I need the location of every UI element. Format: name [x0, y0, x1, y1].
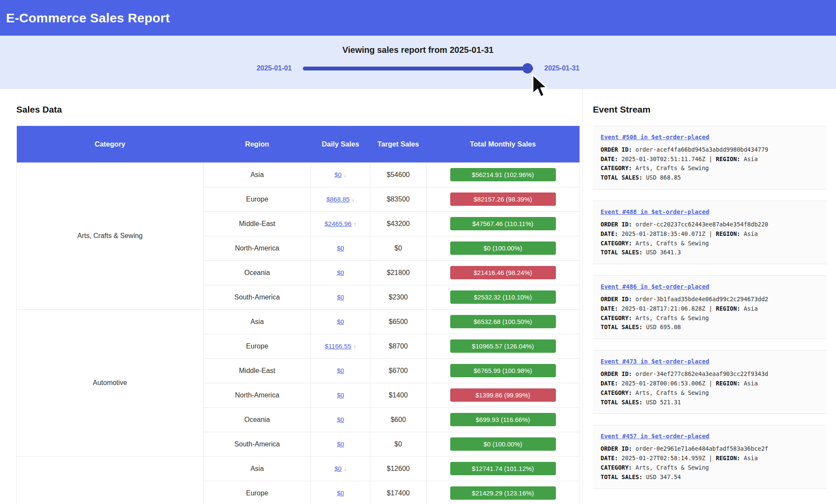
slider-handle[interactable]	[522, 63, 533, 73]
event-link[interactable]: Event #488 in $et-order-placed	[601, 207, 709, 217]
column-header-region: Region	[204, 126, 311, 162]
event-date-region: DATE: 2025-01-27T02:58:14.959Z | REGION:…	[601, 454, 819, 463]
event-order-id: ORDER ID: order-cc20237cc62443ee87ab4e35…	[601, 220, 819, 229]
slider-caption: Viewing sales report from 2025-01-31	[0, 45, 836, 55]
daily-sales-link[interactable]: $2465.96	[324, 220, 351, 227]
daily-sales-link[interactable]: $0	[337, 391, 344, 399]
total-monthly-cell: $21429.29 (123.16%)	[427, 481, 580, 504]
target-sales-cell: $83500	[370, 187, 427, 211]
daily-sales-link[interactable]: $0	[334, 171, 342, 178]
daily-sales-link[interactable]: $0	[337, 318, 344, 325]
region-cell: Oceania	[204, 260, 311, 285]
daily-sales-cell: $0	[311, 260, 370, 285]
trend-up-icon: ↑	[354, 221, 357, 227]
trend-down-icon: ↓	[352, 196, 355, 203]
event-total-sales: TOTAL SALES: USD 3641.3	[601, 248, 819, 257]
region-cell: Middle-East	[204, 211, 311, 236]
target-sales-cell: $54600	[370, 162, 427, 187]
category-cell: Arts, Crafts & Sewing	[17, 162, 204, 309]
target-sales-cell: $6700	[370, 358, 427, 383]
daily-sales-link[interactable]: $0	[337, 269, 344, 276]
event-link[interactable]: Event #473 in $et-order-placed	[601, 357, 709, 367]
total-sales-badge: $699.93 (116.66%)	[450, 413, 556, 426]
total-sales-badge: $12741.74 (101.12%)	[450, 462, 556, 475]
daily-sales-cell: $0	[311, 432, 370, 456]
region-cell: Europe	[204, 481, 311, 504]
daily-sales-cell: $0	[311, 358, 370, 383]
sales-table: Category Region Daily Sales Target Sales…	[16, 126, 580, 504]
column-header-total-monthly-sales: Total Monthly Sales	[427, 126, 580, 162]
slider-row: 2025-01-01 2025-01-31	[0, 64, 836, 72]
total-monthly-cell: $10965.57 (126.04%)	[427, 334, 580, 358]
total-monthly-cell: $0 (100.00%)	[427, 236, 580, 260]
total-monthly-cell: $56214.91 (102.96%)	[427, 162, 580, 187]
target-sales-cell: $8700	[370, 334, 427, 358]
event-category: CATEGORY: Arts, Crafts & Sewing	[601, 314, 819, 323]
daily-sales-cell: $2465.96↑	[311, 211, 370, 236]
daily-sales-link[interactable]: $1166.55	[325, 342, 351, 350]
daily-sales-link[interactable]: $0	[337, 367, 344, 374]
target-sales-cell: $600	[370, 407, 427, 432]
total-sales-badge: $21416.46 (98.24%)	[450, 266, 556, 279]
total-monthly-cell: $1399.86 (99.99%)	[427, 383, 580, 407]
region-cell: North-America	[204, 383, 311, 407]
event-date-region: DATE: 2025-01-28T00:06:53.006Z | REGION:…	[601, 379, 819, 388]
event-link[interactable]: Event #486 in $et-order-placed	[601, 282, 709, 292]
event-category: CATEGORY: Arts, Crafts & Sewing	[601, 164, 819, 173]
trend-down-icon: ↓	[344, 466, 347, 472]
daily-sales-cell: $0	[311, 236, 370, 260]
event-date-region: DATE: 2025-01-30T02:51:11.746Z | REGION:…	[601, 155, 819, 164]
total-monthly-cell: $0 (100.00%)	[427, 432, 580, 456]
table-row: AutomotiveAsia$0$6500$6532.68 (100.50%)	[17, 309, 580, 334]
event-category: CATEGORY: Arts, Crafts & Sewing	[601, 463, 819, 473]
daily-sales-link[interactable]: $0	[337, 440, 344, 448]
table-row: Arts, Crafts & SewingAsia$0↓$54600$56214…	[17, 162, 580, 187]
region-cell: Europe	[204, 334, 311, 358]
event-category: CATEGORY: Arts, Crafts & Sewing	[601, 239, 819, 248]
page-title: E-Commerce Sales Report	[6, 11, 170, 25]
event-card: Event #486 in $et-order-placedORDER ID: …	[593, 275, 827, 339]
region-cell: Middle-East	[204, 358, 311, 383]
target-sales-cell: $17400	[370, 481, 427, 504]
total-sales-badge: $10965.57 (126.04%)	[450, 339, 556, 353]
slider-min-label: 2025-01-01	[256, 64, 292, 72]
category-cell: Automotive	[17, 309, 204, 456]
target-sales-cell: $2300	[370, 285, 427, 309]
target-sales-cell: $12600	[370, 456, 427, 481]
trend-down-icon: ↓	[344, 172, 347, 178]
event-total-sales: TOTAL SALES: USD 521.31	[601, 398, 819, 407]
region-cell: Asia	[204, 162, 311, 187]
event-date-region: DATE: 2025-01-28T17:21:06.828Z | REGION:…	[601, 304, 819, 314]
total-monthly-cell: $6765.99 (100.98%)	[427, 358, 580, 383]
daily-sales-link[interactable]: $0	[334, 465, 342, 472]
event-order-id: ORDER ID: order-0e2961e71a6e484abfadf583…	[601, 444, 819, 454]
total-sales-badge: $0 (100.00%)	[450, 437, 556, 451]
daily-sales-cell: $0	[311, 285, 370, 309]
daily-sales-cell: $0	[311, 383, 370, 407]
date-slider[interactable]	[303, 67, 533, 70]
total-sales-badge: $0 (100.00%)	[450, 241, 556, 255]
daily-sales-link[interactable]: $0	[337, 489, 344, 497]
column-header-daily-sales: Daily Sales	[311, 126, 370, 162]
total-sales-badge: $2532.32 (110.10%)	[450, 290, 556, 304]
event-link[interactable]: Event #457 in $et-order-placed	[601, 431, 709, 441]
daily-sales-cell: $868.85↓	[311, 187, 370, 211]
daily-sales-link[interactable]: $0	[337, 293, 344, 301]
daily-sales-link[interactable]: $0	[337, 416, 344, 423]
daily-sales-link[interactable]: $0	[337, 244, 344, 252]
daily-sales-cell: $0	[311, 407, 370, 432]
total-sales-badge: $1399.86 (99.99%)	[450, 388, 556, 402]
event-card: Event #473 in $et-order-placedORDER ID: …	[593, 350, 827, 414]
region-cell: Asia	[204, 456, 311, 481]
event-order-id: ORDER ID: order-3b1faad35bde4e06ad99c2c2…	[601, 295, 819, 304]
total-monthly-cell: $699.93 (116.66%)	[427, 407, 580, 432]
event-total-sales: TOTAL SALES: USD 347.54	[601, 473, 819, 482]
event-link[interactable]: Event #508 in $et-order-placed	[601, 132, 709, 142]
daily-sales-link[interactable]: $868.85	[326, 195, 350, 203]
daily-sales-cell: $0	[311, 309, 370, 334]
target-sales-cell: $1400	[370, 383, 427, 407]
date-slider-banner: Viewing sales report from 2025-01-31 202…	[0, 36, 836, 89]
total-sales-badge: $47567.46 (110.11%)	[450, 217, 556, 230]
table-header-row: Category Region Daily Sales Target Sales…	[17, 126, 580, 162]
total-sales-badge: $6532.68 (100.50%)	[450, 315, 556, 328]
